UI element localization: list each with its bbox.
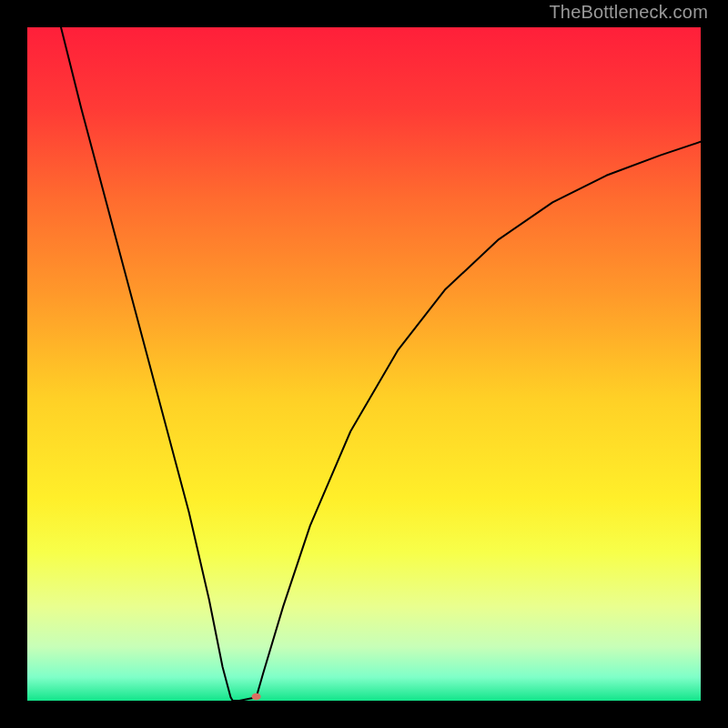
marker-optimal-point xyxy=(252,693,261,701)
chart-svg xyxy=(27,27,701,701)
plot-area xyxy=(27,27,701,701)
watermark-text: TheBottleneck.com xyxy=(549,2,708,23)
chart-frame: TheBottleneck.com xyxy=(0,0,728,728)
gradient-background xyxy=(27,27,701,701)
